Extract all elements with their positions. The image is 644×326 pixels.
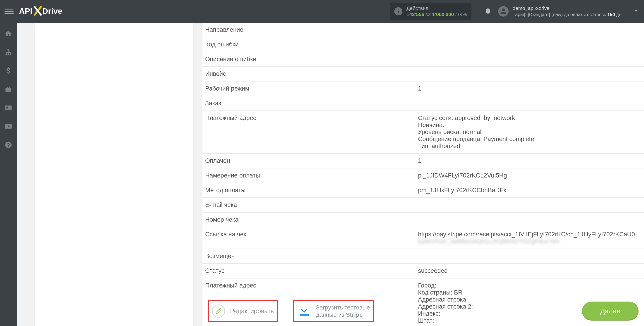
row-label: Рабочий режим [202,82,415,96]
row-value [415,198,644,212]
row-value: 1 [415,82,644,96]
info-icon: i [394,7,402,16]
top-header: API Drive i Действия: 142'556 из 1'000'0… [0,0,644,23]
row-label: Код ошибки [202,37,415,52]
row-value [415,52,644,66]
table-row: Заказ [202,96,644,111]
load-test-data-label: Загрузить тестовые данные из Stripe [316,304,370,318]
app-logo[interactable]: API Drive [19,6,74,16]
row-value [415,96,644,110]
svg-rect-3 [6,54,7,55]
menu-toggle-button[interactable] [4,7,14,16]
row-label: Ссылка на чек [202,227,415,248]
tariff-line: Тариф |Стандарт| (new) до оплаты осталос… [513,12,621,18]
row-value: 1 [415,154,644,168]
content-area: НаправлениеКод ошибкиОписание ошибкиИнво… [17,23,644,326]
left-panel [35,23,194,326]
help-icon[interactable] [4,141,12,149]
row-label: Намерение оплаты [202,168,415,183]
svg-rect-5 [10,54,11,55]
row-value [415,212,644,227]
table-row: Инвойс [202,67,644,82]
table-row: Ссылка на чекhttps://pay.stripe.com/rece… [202,227,644,249]
table-row: Намерение оплатыpi_1JIDW4FLyI702rKCL2Vul… [202,168,644,183]
table-row: Статусsucceeded [202,264,644,278]
right-panel: НаправлениеКод ошибкиОписание ошибкиИнво… [202,23,644,326]
svg-rect-4 [8,54,9,55]
youtube-icon[interactable] [4,122,12,130]
row-label: Оплачен [202,154,415,168]
download-icon [297,304,311,318]
row-label: Метод оплаты [202,183,415,198]
chevron-down-icon[interactable] [633,8,640,15]
table-row: Направление [202,23,644,37]
table-row: Платежный адресСтатус сети: approved_by_… [202,111,644,154]
row-value: pm_1JIIlxFLyI702rKCCbnBaRFk [415,183,644,198]
row-value [415,23,644,37]
svg-rect-2 [8,49,10,50]
svg-text:Drive: Drive [42,6,62,16]
row-value [415,37,644,52]
table-row: Номер чека [202,212,644,227]
row-label: Направление [202,23,415,37]
row-label: Описание ошибки [202,52,415,66]
row-value: pi_1JIDW4FLyI702rKCL2Vul5Hg [415,168,644,183]
row-value: https://pay.stripe.com/receipts/acct_1IV… [415,227,644,248]
row-value: Статус сети: approved_by_network Причина… [415,111,644,153]
row-value [415,249,644,263]
idcard-icon[interactable] [4,104,12,112]
edit-button[interactable]: Редактировать [208,300,278,322]
next-button[interactable]: Далее [582,302,638,320]
notifications-bell-icon[interactable] [484,7,492,16]
action-bar: Редактировать Загрузить тестовые данные … [202,300,644,322]
avatar-icon [498,6,508,16]
table-row: E-mail чека [202,198,644,212]
home-icon[interactable] [4,30,12,38]
table-row: Код ошибки [202,37,644,52]
edit-label: Редактировать [230,308,274,315]
details-table: НаправлениеКод ошибкиОписание ошибкиИнво… [202,23,644,326]
row-label: E-mail чека [202,198,415,212]
usage-status-box[interactable]: i Действия: 142'556 из 1'000'000 (14% [390,3,472,20]
user-area[interactable]: demo_apix-drive Тариф |Стандарт| (new) д… [498,5,621,18]
svg-text:API: API [19,6,32,16]
table-row: Метод оплатыpm_1JIIlxFLyI702rKCCbnBaRFk [202,183,644,198]
sitemap-icon[interactable] [4,48,12,56]
load-test-data-button[interactable]: Загрузить тестовые данные из Stripe [293,300,374,322]
pencil-icon [212,304,225,318]
table-row: Рабочий режим1 [202,82,644,96]
usage-label: Действия: [406,5,467,12]
row-value: succeeded [415,264,644,278]
row-label: Заказ [202,96,415,110]
table-row: Оплачен1 [202,154,644,168]
row-value [415,67,644,81]
dollar-icon[interactable] [4,66,12,75]
briefcase-icon[interactable] [4,85,12,93]
row-label: Инвойс [202,67,415,81]
row-label: Платежный адрес [202,111,415,153]
row-label: Статус [202,264,415,278]
row-label: Возмещен [202,249,415,263]
username: demo_apix-drive [513,5,621,12]
table-row: Описание ошибки [202,52,644,67]
table-row: Возмещен [202,249,644,264]
left-rail [0,23,17,326]
usage-values: 142'556 из 1'000'000 (14% [406,11,467,18]
row-label: Номер чека [202,212,415,227]
